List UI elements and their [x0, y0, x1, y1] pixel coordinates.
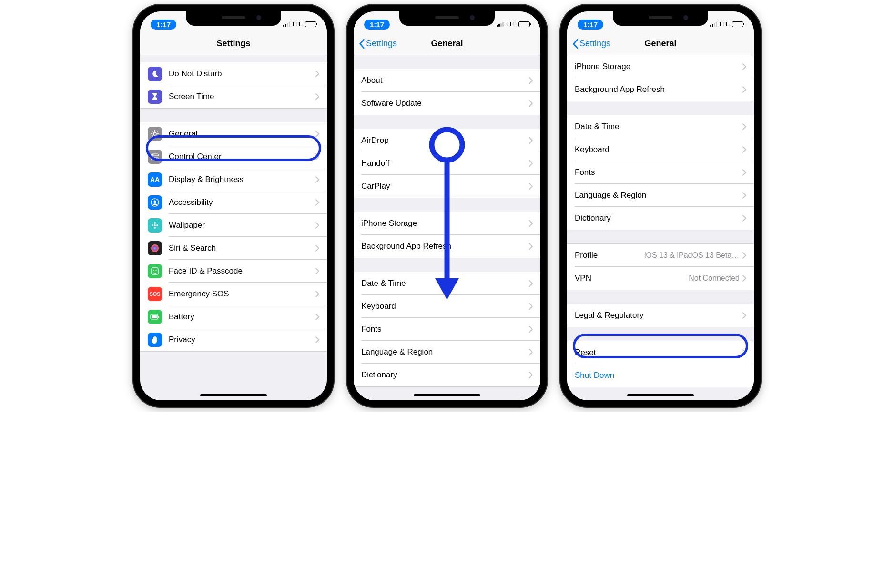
row-label: Fonts	[575, 168, 742, 177]
chevron-right-icon	[742, 123, 746, 130]
switches-icon	[148, 150, 162, 164]
list-row[interactable]: CarPlay	[354, 175, 540, 198]
svg-rect-17	[152, 315, 157, 318]
back-button[interactable]: Settings	[567, 39, 610, 49]
settings-row[interactable]: Wallpaper	[140, 214, 327, 237]
svg-point-9	[154, 227, 156, 229]
settings-row[interactable]: Face ID & Passcode	[140, 260, 327, 283]
home-indicator[interactable]	[414, 394, 480, 396]
row-label: Display & Brightness	[169, 175, 315, 184]
hand-icon	[148, 333, 162, 347]
phone-frame-2: 1:17 LTE Settings General AboutSoftware …	[347, 5, 547, 407]
row-label: iPhone Storage	[575, 62, 742, 71]
settings-row[interactable]: Siri & Search	[140, 237, 327, 260]
gear-icon	[148, 127, 162, 141]
carrier-label: LTE	[506, 21, 516, 28]
battery-icon	[305, 21, 316, 27]
settings-row[interactable]: Privacy	[140, 328, 327, 351]
list-row[interactable]: Background App Refresh	[567, 78, 754, 101]
chevron-right-icon	[315, 314, 319, 320]
list-row[interactable]: Keyboard	[354, 295, 540, 318]
battery-icon	[732, 21, 743, 27]
settings-row[interactable]: Do Not Disturb	[140, 62, 327, 85]
home-indicator[interactable]	[627, 394, 694, 396]
row-label: AirDrop	[361, 136, 529, 145]
general-list[interactable]: AboutSoftware Update AirDropHandoffCarPl…	[354, 55, 540, 400]
notch	[613, 11, 708, 26]
chevron-right-icon	[315, 245, 319, 252]
svg-rect-1	[151, 154, 159, 156]
list-row[interactable]: Dictionary	[567, 207, 754, 230]
settings-list[interactable]: Do Not DisturbScreen Time GeneralControl…	[140, 55, 327, 400]
carrier-label: LTE	[293, 21, 303, 28]
list-row[interactable]: Dictionary	[354, 364, 540, 386]
list-row[interactable]: Background App Refresh	[354, 235, 540, 258]
row-label: Fonts	[361, 324, 529, 334]
list-row[interactable]: Software Update	[354, 92, 540, 115]
general-list-scrolled[interactable]: iPhone StorageBackground App Refresh Dat…	[567, 55, 754, 400]
chevron-right-icon	[315, 71, 319, 77]
list-row[interactable]: Language & Region	[354, 341, 540, 364]
chevron-right-icon	[742, 86, 746, 93]
notch	[186, 11, 281, 26]
chevron-right-icon	[742, 192, 746, 199]
row-label: iPhone Storage	[361, 219, 529, 228]
chevron-right-icon	[742, 169, 746, 176]
list-row[interactable]: Legal & Regulatory	[567, 304, 754, 327]
settings-row[interactable]: Accessibility	[140, 191, 327, 214]
list-row[interactable]: Handoff	[354, 152, 540, 175]
svg-point-14	[153, 270, 154, 271]
svg-point-8	[154, 222, 156, 224]
row-label: Face ID & Passcode	[169, 266, 315, 276]
back-label: Settings	[579, 39, 610, 49]
list-row[interactable]: Date & Time	[567, 115, 754, 138]
nav-bar: Settings General	[567, 32, 754, 55]
row-label: Accessibility	[169, 198, 315, 207]
chevron-right-icon	[529, 100, 533, 107]
row-label: Profile	[575, 251, 644, 260]
settings-row[interactable]: Battery	[140, 305, 327, 328]
chevron-right-icon	[315, 131, 319, 137]
svg-point-11	[156, 224, 158, 226]
list-row[interactable]: Keyboard	[567, 138, 754, 161]
back-button[interactable]: Settings	[354, 39, 397, 49]
chevron-right-icon	[529, 349, 533, 355]
list-row[interactable]: VPNNot Connected	[567, 267, 754, 290]
list-row[interactable]: iPhone Storage	[567, 55, 754, 78]
row-detail: Not Connected	[689, 274, 740, 283]
list-row[interactable]: ProfileiOS 13 & iPadOS 13 Beta Softwar..…	[567, 244, 754, 267]
list-row[interactable]: iPhone Storage	[354, 212, 540, 235]
list-row[interactable]: Date & Time	[354, 272, 540, 295]
chevron-right-icon	[315, 153, 319, 160]
flower-icon	[148, 218, 162, 233]
chevron-right-icon	[742, 63, 746, 70]
phone-frame-1: 1:17 LTE Settings Do Not DisturbScreen T…	[133, 5, 334, 407]
chevron-right-icon	[315, 176, 319, 183]
row-detail: iOS 13 & iPadOS 13 Beta Softwar...	[644, 251, 740, 260]
status-time-pill: 1:17	[364, 20, 390, 30]
settings-row[interactable]: SOSEmergency SOS	[140, 283, 327, 305]
list-row[interactable]: Fonts	[354, 318, 540, 341]
list-row[interactable]: Language & Region	[567, 184, 754, 207]
settings-row[interactable]: General	[140, 122, 327, 145]
list-row[interactable]: Fonts	[567, 161, 754, 184]
svg-point-15	[156, 270, 157, 271]
list-row[interactable]: AirDrop	[354, 129, 540, 152]
settings-row[interactable]: AADisplay & Brightness	[140, 168, 327, 191]
settings-row[interactable]: Screen Time	[140, 85, 327, 108]
list-row[interactable]: Reset	[567, 341, 754, 364]
chevron-right-icon	[529, 137, 533, 144]
row-label: Date & Time	[361, 279, 529, 288]
svg-rect-3	[151, 158, 159, 160]
SOS-icon: SOS	[148, 287, 162, 301]
face-icon	[148, 264, 162, 278]
settings-row[interactable]: Control Center	[140, 145, 327, 168]
list-row[interactable]: Shut Down	[567, 364, 754, 387]
chevron-right-icon	[315, 336, 319, 343]
home-indicator[interactable]	[200, 394, 267, 396]
list-row[interactable]: About	[354, 69, 540, 92]
back-label: Settings	[366, 39, 397, 49]
chevron-right-icon	[742, 252, 746, 259]
signal-icon	[497, 22, 504, 27]
chevron-right-icon	[742, 312, 746, 319]
